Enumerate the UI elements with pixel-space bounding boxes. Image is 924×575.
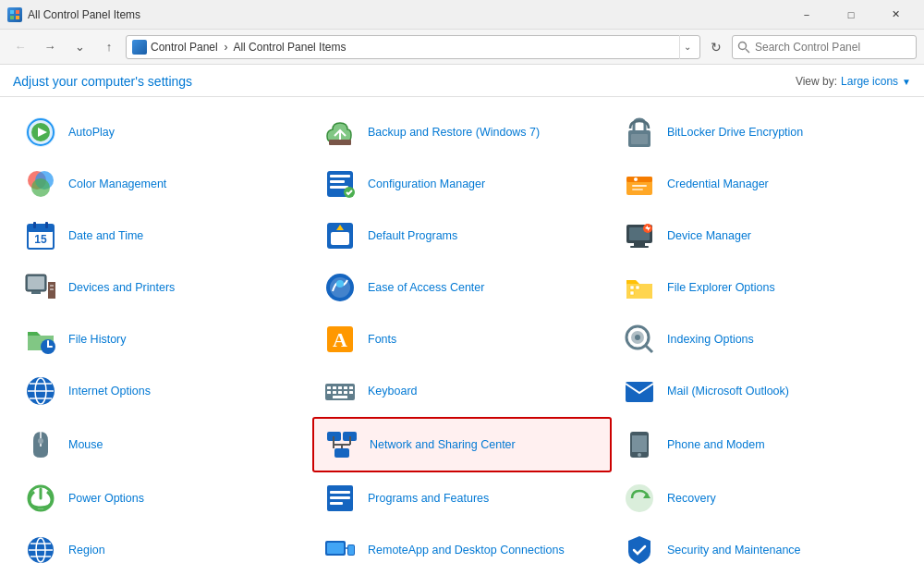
grid-item-default-programs[interactable]: Default Programs [312,210,612,262]
grid-item-keyboard[interactable]: Keyboard [312,365,612,417]
svg-rect-49 [636,286,639,289]
svg-rect-67 [344,386,347,389]
window-controls: − □ ✕ [785,0,917,30]
svg-rect-47 [630,286,634,289]
svg-rect-24 [632,189,643,190]
svg-point-22 [634,177,638,181]
grid-item-indexing-options[interactable]: Indexing Options [612,313,911,365]
maximize-button[interactable]: □ [830,0,872,30]
svg-rect-23 [632,185,647,187]
power-options-label: Power Options [68,491,144,506]
svg-line-55 [645,345,652,352]
svg-rect-101 [327,543,344,554]
svg-point-77 [38,438,43,444]
svg-rect-80 [334,448,349,458]
svg-rect-1 [16,10,19,14]
svg-rect-42 [50,288,54,290]
power-options-icon [22,480,59,517]
mail-label: Mail (Microsoft Outlook) [667,384,789,398]
grid-item-phone-modem[interactable]: Phone and Modem [612,417,911,472]
minimize-button[interactable]: − [785,0,828,30]
svg-rect-103 [348,545,354,555]
dropdown-button[interactable]: ⌄ [67,34,92,60]
grid-item-backup-restore[interactable]: Backup and Restore (Windows 7) [312,106,612,158]
grid-item-programs-features[interactable]: Programs and Features [312,472,612,524]
grid-item-internet-options[interactable]: Internet Options [13,365,312,417]
grid-item-ease-of-access[interactable]: Ease of Access Center [312,262,612,313]
svg-rect-17 [330,180,345,183]
svg-rect-0 [10,10,14,14]
autoplay-label: AutoPlay [68,125,115,140]
grid-item-mail[interactable]: Mail (Microsoft Outlook) [612,365,911,417]
security-maintenance-label: Security and Maintenance [667,543,801,557]
address-bar[interactable]: Control Panel › All Control Panel Items … [126,35,700,59]
svg-point-14 [31,178,50,197]
keyboard-icon [322,373,359,410]
svg-rect-91 [330,496,350,499]
svg-rect-72 [344,391,347,394]
view-by-chevron-icon[interactable]: ▼ [902,77,911,87]
grid-item-file-explorer-options[interactable]: File Explorer Options [612,262,911,313]
device-manager-label: Device Manager [667,228,751,243]
main-content: Adjust your computer's settings View by:… [0,65,924,575]
bitlocker-icon [621,114,658,151]
grid-item-fonts[interactable]: AFonts [312,313,612,365]
view-by-value[interactable]: Large icons [841,75,898,88]
back-button[interactable]: ← [7,34,33,60]
date-time-icon: 15 [22,217,59,254]
window-title: All Control Panel Items [28,8,140,21]
indexing-options-icon [621,321,658,358]
grid-item-region[interactable]: Region [13,524,312,575]
grid-item-power-options[interactable]: Power Options [13,472,312,524]
address-text: Control Panel › All Control Panel Items [151,41,346,54]
devices-printers-icon [22,269,59,306]
svg-rect-65 [333,386,336,389]
grid-item-mouse[interactable]: Mouse [13,417,312,472]
keyboard-label: Keyboard [368,384,418,398]
grid-item-autoplay[interactable]: AutoPlay [13,106,312,158]
title-bar: All Control Panel Items − □ ✕ [0,0,924,30]
remoteapp-label: RemoteApp and Desktop Connections [368,543,565,557]
forward-button[interactable]: → [37,34,63,60]
grid-item-file-history[interactable]: File History [13,313,312,365]
refresh-button[interactable]: ↻ [704,35,728,59]
items-container: AutoPlayBackup and Restore (Windows 7)Bi… [0,97,924,575]
svg-rect-48 [630,291,634,295]
grid-item-date-time[interactable]: 15Date and Time [13,210,312,262]
view-by-control[interactable]: View by: Large icons ▼ [796,75,911,88]
grid-item-network-sharing[interactable]: Network and Sharing Center [312,417,612,472]
recovery-label: Recovery [667,491,716,506]
autoplay-icon [22,114,59,151]
svg-rect-31 [331,232,349,245]
grid-item-recovery[interactable]: Recovery [612,472,911,524]
up-button[interactable]: ↑ [96,34,122,60]
address-icon [132,40,147,55]
grid-item-device-manager[interactable]: Device Manager [612,210,911,262]
file-explorer-options-label: File Explorer Options [667,280,775,295]
default-programs-label: Default Programs [368,228,457,243]
grid-item-configuration-manager[interactable]: Configuration Manager [312,158,612,210]
grid-item-bitlocker[interactable]: BitLocker Drive Encryption [612,106,911,158]
app-icon [7,7,22,22]
svg-rect-71 [338,391,342,394]
credential-manager-icon [621,165,658,202]
grid-item-credential-manager[interactable]: Credential Manager [612,158,911,210]
grid-item-devices-printers[interactable]: Devices and Printers [13,262,312,313]
svg-rect-40 [31,291,41,294]
svg-rect-74 [333,396,347,398]
device-manager-icon [621,217,658,254]
region-label: Region [68,543,105,557]
grid-item-color-management[interactable]: Color Management [13,158,312,210]
network-sharing-icon [323,426,360,463]
grid-item-remoteapp[interactable]: RemoteApp and Desktop Connections [312,524,612,575]
devices-printers-label: Devices and Printers [68,280,175,295]
close-button[interactable]: ✕ [874,0,917,30]
svg-rect-27 [33,222,36,228]
address-chevron[interactable]: ⌄ [679,35,694,59]
indexing-options-label: Indexing Options [667,332,754,347]
svg-rect-11 [631,134,648,144]
backup-restore-label: Backup and Restore (Windows 7) [368,125,540,140]
fonts-label: Fonts [368,332,396,347]
grid-item-security-maintenance[interactable]: Security and Maintenance [612,524,911,575]
search-input[interactable] [732,35,917,59]
